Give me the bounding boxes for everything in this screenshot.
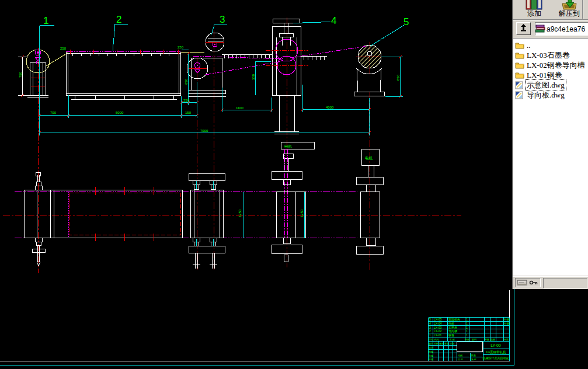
- tb-field: 处数: [434, 342, 439, 345]
- dim-text: 1250: [238, 209, 242, 217]
- desktop: 1 2 3 4 5: [0, 0, 588, 369]
- status-icons-cell: [515, 278, 541, 287]
- extract-button-label: 解压到: [552, 10, 586, 18]
- list-item-folder[interactable]: LX-03石墨卷: [513, 50, 588, 60]
- title-block: 5 LX-05 轧辊机构 1 外购 4 LX-04 电机 1 外购 3 LX-0…: [428, 318, 510, 361]
- bom-cell: 外购: [504, 322, 510, 326]
- file-list: .. LX-03石墨卷 LX-02钢卷导向槽 LX-01钢卷: [513, 38, 588, 276]
- bom-header: 代号: [434, 338, 439, 341]
- dim-text: 700: [50, 111, 57, 114]
- bom-cell: 5: [429, 318, 431, 321]
- bom-header: 材料: [471, 338, 476, 342]
- dim-text: 5000: [116, 111, 124, 114]
- bom-header: 名 称: [450, 338, 455, 341]
- list-item-dwg[interactable]: 导向板.dwg: [513, 90, 588, 100]
- add-button-label: 添加: [520, 10, 549, 18]
- part-label-5: 5: [403, 16, 409, 27]
- bom-cell: 3: [429, 326, 431, 329]
- station3-plan: [189, 174, 225, 269]
- dim-text: 250: [60, 47, 67, 50]
- file-name: ..: [526, 41, 532, 50]
- drawing-number: LY-00: [490, 343, 501, 347]
- dim-text: 300: [252, 74, 255, 80]
- winrar-archive-icon: [535, 25, 545, 33]
- status-bar: [513, 276, 588, 289]
- file-name: 示意图.dwg: [526, 80, 566, 90]
- drive-icon: [517, 279, 527, 286]
- dim-text: 4000: [326, 106, 334, 109]
- cad-drawing-canvas: 1 2 3 4 5: [0, 0, 588, 369]
- dim-text: 650: [185, 78, 188, 85]
- bom-cell: 轧辊机构: [448, 318, 460, 322]
- dim-text: 250: [183, 99, 190, 102]
- list-item-folder[interactable]: LX-01钢卷: [513, 70, 588, 80]
- folder-icon: [515, 71, 526, 79]
- part-label-4: 4: [331, 15, 336, 26]
- bom-cell: 电机: [448, 322, 454, 325]
- dim-text: 7000: [200, 129, 208, 133]
- extract-archive-icon: [559, 0, 579, 10]
- winrar-toolbar: 添加 解压到: [513, 0, 588, 20]
- tb-field: 设计: [429, 346, 433, 349]
- tb-field: 数量: [471, 354, 476, 357]
- address-row: a9c4e1ea76: [513, 21, 588, 37]
- tb-field: 日期: [450, 342, 454, 345]
- list-item-folder[interactable]: LX-02钢卷导向槽: [513, 60, 588, 70]
- dim-text: 250: [178, 46, 184, 49]
- bom-cell: LX-04: [434, 322, 442, 325]
- add-archive-icon: [524, 0, 544, 10]
- bom-cell: 2: [429, 329, 431, 333]
- station1-unwinder: [18, 50, 50, 98]
- bom-header: 数量: [465, 338, 469, 341]
- winrar-panel: 添加 解压到: [512, 0, 588, 289]
- archive-address-field[interactable]: a9c4e1ea76: [535, 22, 588, 36]
- bom-cell: LX-05: [434, 318, 442, 321]
- dim-text: 1100: [236, 106, 244, 110]
- folder-icon: [515, 61, 526, 69]
- list-item-parent-dir[interactable]: ..: [513, 40, 588, 50]
- folder-up-icon: [519, 23, 528, 32]
- tb-field: 更改: [439, 342, 444, 345]
- toolbar-partial-button[interactable]: [583, 0, 588, 19]
- plan-view: 电机 电机 1250 1250: [15, 142, 384, 269]
- tb-field: 校核: [428, 350, 433, 353]
- part-label-1: 1: [43, 15, 48, 26]
- bom-cell: LX-03: [434, 326, 442, 329]
- tb-field: 批准: [429, 358, 433, 361]
- bom-cell: LX-01: [434, 333, 442, 337]
- status-message-cell: [543, 278, 587, 288]
- bom-header: 备注: [504, 338, 509, 341]
- drawing-title: 1m宽钢带轧机: [485, 350, 506, 354]
- station5-winder: [354, 45, 385, 96]
- file-name: LX-03石墨卷: [526, 50, 571, 61]
- press-motor-label: 电机: [284, 144, 293, 148]
- dim-text: 1250: [300, 209, 304, 217]
- add-button[interactable]: 添加: [520, 0, 549, 19]
- press-plan: 电机: [272, 142, 315, 262]
- tb-field: 共 张: [458, 358, 463, 361]
- bom-cell: 1: [466, 333, 468, 337]
- extract-to-button[interactable]: 解压到: [552, 0, 586, 19]
- bom-cell: 钢卷: [448, 333, 454, 337]
- bom-cell: 1: [429, 333, 431, 337]
- bom-header: 序号: [429, 338, 433, 341]
- bom-cell: 导向槽: [448, 329, 457, 333]
- file-name: 导向板.dwg: [526, 90, 566, 100]
- part-label-2: 2: [116, 14, 121, 25]
- bom-cell: LX-02: [434, 329, 442, 333]
- folder-icon: [515, 41, 526, 49]
- dim-text: 150: [185, 111, 192, 114]
- up-directory-button[interactable]: [516, 22, 531, 35]
- bom-cell: 1: [466, 322, 468, 325]
- bom-cell: 1: [466, 329, 468, 333]
- belt-plan: [54, 187, 183, 241]
- station2-belt-table: [46, 50, 205, 100]
- bom-cell: 1: [466, 326, 468, 329]
- key-icon: [529, 280, 538, 286]
- archive-name: a9c4e1ea76: [547, 25, 585, 33]
- list-item-dwg-selected[interactable]: 示意图.dwg: [513, 80, 588, 90]
- tb-field: 第 张: [471, 358, 476, 361]
- bom-header: 单重: [485, 338, 489, 341]
- drawing-subtitle: 机械设计及其自动化: [483, 356, 509, 360]
- station1-plan: [25, 173, 54, 267]
